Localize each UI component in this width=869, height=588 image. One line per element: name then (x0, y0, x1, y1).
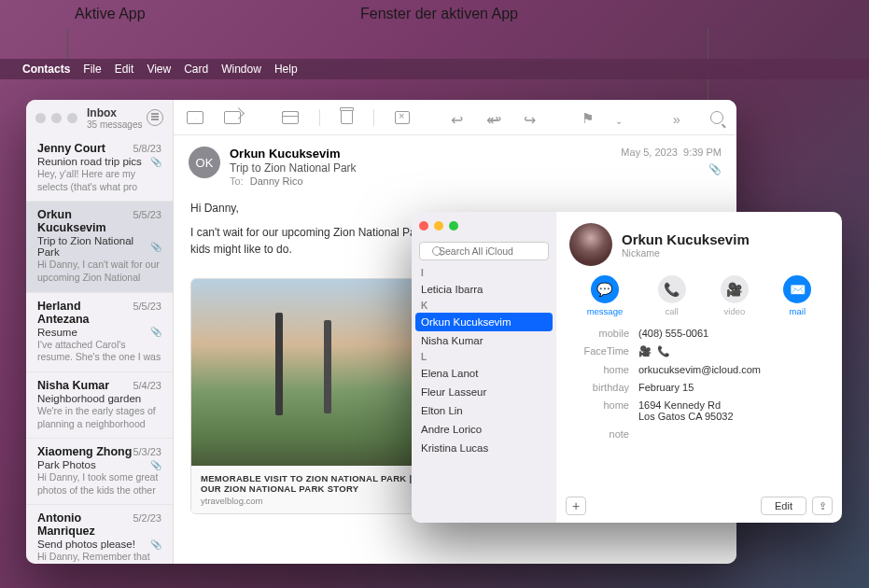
list-item[interactable]: Leticia Ibarra (412, 280, 556, 299)
junk-icon[interactable] (395, 111, 410, 124)
message-to: To: Danny Rico (230, 175, 722, 187)
list-item[interactable]: Antonio Manriquez5/2/23Send photos pleas… (26, 505, 173, 564)
zoom-icon[interactable] (449, 221, 458, 231)
field-value-home-addr[interactable]: 1694 Kennedy RdLos Gatos CA 95032 (638, 399, 829, 422)
get-mail-icon[interactable] (187, 111, 203, 124)
reply-all-icon[interactable] (486, 111, 503, 124)
list-item[interactable]: Fleur Lasseur (412, 383, 556, 401)
message-button[interactable]: 💬message (587, 275, 624, 316)
close-icon[interactable] (419, 221, 428, 231)
annotation-active-window: Fenster der aktiven App (360, 6, 518, 22)
toolbar-separator (319, 109, 320, 126)
menu-card[interactable]: Card (184, 63, 208, 76)
message-subject: Trip to Zion National Park (230, 161, 722, 175)
mail-button[interactable]: ✉️mail (783, 275, 811, 316)
edit-button[interactable]: Edit (761, 497, 806, 515)
field-label-home-email: home (569, 364, 629, 375)
list-section-header: L (412, 350, 556, 364)
list-item[interactable]: Xiaomeng Zhong5/3/23Park Photos📎Hi Danny… (26, 439, 173, 505)
list-item[interactable]: Jenny Court5/8/23Reunion road trip pics📎… (26, 135, 173, 202)
contacts-list[interactable]: ILeticia IbarraKOrkun KucuksevimNisha Ku… (412, 266, 556, 523)
toolbar-separator (373, 109, 374, 126)
link-preview-image (191, 279, 432, 466)
field-value-note[interactable] (638, 428, 829, 440)
mail-traffic-lights[interactable] (35, 113, 77, 123)
contact-name: Orkun Kucuksevim (622, 231, 750, 247)
annotation-line-left (67, 28, 68, 62)
contacts-sidebar: ILeticia IbarraKOrkun KucuksevimNisha Ku… (412, 212, 556, 523)
menubar: Contacts File Edit View Card Window Help (0, 59, 869, 79)
compose-icon[interactable] (224, 111, 241, 124)
inbox-count: 35 messages (87, 119, 147, 130)
list-item[interactable]: Kristina Lucas (412, 439, 556, 457)
message-date: May 5, 2023 9:39 PM (621, 147, 722, 158)
field-label-facetime: FaceTime (569, 345, 629, 357)
field-value-birthday: February 15 (638, 382, 829, 393)
trash-icon[interactable] (341, 110, 353, 124)
field-label-note: note (569, 428, 629, 440)
message-to-value: Danny Rico (250, 175, 303, 187)
filter-icon[interactable] (147, 109, 163, 126)
zoom-icon[interactable] (67, 113, 77, 123)
list-item[interactable]: Orkun Kucuksevim (415, 313, 553, 331)
video-button[interactable]: 🎥video (721, 275, 749, 316)
flag-icon[interactable] (582, 110, 595, 125)
menu-edit[interactable]: Edit (115, 63, 134, 76)
list-item[interactable]: Elena Lanot (412, 364, 556, 383)
flag-menu-chevron-icon[interactable] (615, 111, 632, 124)
contacts-search (419, 242, 549, 260)
menu-view[interactable]: View (147, 63, 171, 76)
list-item[interactable]: Herland Antezana5/5/23Resume📎I've attach… (26, 293, 173, 372)
reply-icon[interactable] (451, 111, 466, 124)
contacts-window: ILeticia IbarraKOrkun KucuksevimNisha Ku… (412, 212, 842, 523)
search-icon[interactable] (710, 111, 723, 124)
mail-toolbar (174, 100, 736, 135)
menubar-app-name[interactable]: Contacts (22, 63, 70, 76)
mail-titlebar: Inbox 35 messages (26, 100, 173, 135)
list-section-header: I (412, 266, 556, 280)
list-item[interactable]: Nisha Kumar5/4/23Neighborhood gardenWe'r… (26, 372, 173, 439)
list-section-header: K (412, 299, 556, 313)
contact-fields: mobile (408) 555-0061 FaceTime 🎥 📞 home … (569, 328, 829, 440)
share-icon[interactable]: ⇪ (812, 497, 833, 515)
close-icon[interactable] (35, 113, 46, 123)
menu-window[interactable]: Window (221, 63, 261, 76)
message-header: OK Orkun Kucuksevim Trip to Zion Nationa… (174, 135, 736, 194)
inbox-heading: Inbox 35 messages (87, 106, 147, 130)
minimize-icon[interactable] (51, 113, 62, 123)
field-value-mobile[interactable]: (408) 555-0061 (638, 328, 829, 339)
list-item[interactable]: Elton Lin (412, 401, 556, 420)
field-label-home-addr: home (569, 399, 629, 422)
field-value-facetime[interactable]: 🎥 📞 (638, 345, 829, 357)
contact-nickname: Nickame (622, 247, 750, 259)
contacts-titlebar (412, 212, 556, 240)
inbox-title: Inbox (87, 106, 147, 119)
more-icon[interactable] (673, 111, 690, 124)
call-button[interactable]: 📞call (658, 275, 686, 316)
search-input[interactable] (419, 242, 549, 260)
mail-sidebar: Inbox 35 messages Jenny Court5/8/23Reuni… (26, 100, 174, 564)
list-item[interactable]: Nisha Kumar (412, 331, 556, 350)
message-list[interactable]: Jenny Court5/8/23Reunion road trip pics📎… (26, 135, 173, 564)
attachment-icon[interactable]: 📎 (708, 163, 722, 175)
menu-help[interactable]: Help (274, 63, 298, 76)
forward-icon[interactable] (524, 111, 540, 124)
sender-avatar[interactable]: OK (189, 147, 220, 178)
list-item[interactable]: Orkun Kucuksevim5/5/23Trip to Zion Natio… (26, 202, 173, 292)
archive-icon[interactable] (282, 111, 299, 124)
contact-card: Orkun Kucuksevim Nickame 💬message 📞call … (556, 212, 842, 523)
link-preview-card[interactable]: MEMORABLE VISIT TO ZION NATIONAL PARK | … (190, 278, 433, 514)
contact-photo[interactable] (569, 223, 612, 266)
contact-actions: 💬message 📞call 🎥video ✉️mail (569, 275, 829, 316)
list-item[interactable]: Andre Lorico (412, 420, 556, 439)
menu-file[interactable]: File (83, 63, 101, 76)
add-button[interactable]: + (566, 497, 586, 515)
link-preview-title: MEMORABLE VISIT TO ZION NATIONAL PARK | … (201, 473, 423, 494)
field-value-home-email[interactable]: orkucuksevim@icloud.com (638, 364, 829, 375)
field-label-mobile: mobile (569, 328, 629, 339)
annotation-active-app: Aktive App (75, 6, 146, 22)
field-label-birthday: birthday (569, 382, 629, 393)
minimize-icon[interactable] (434, 221, 443, 231)
link-preview-source: ytravelblog.com (201, 496, 423, 506)
